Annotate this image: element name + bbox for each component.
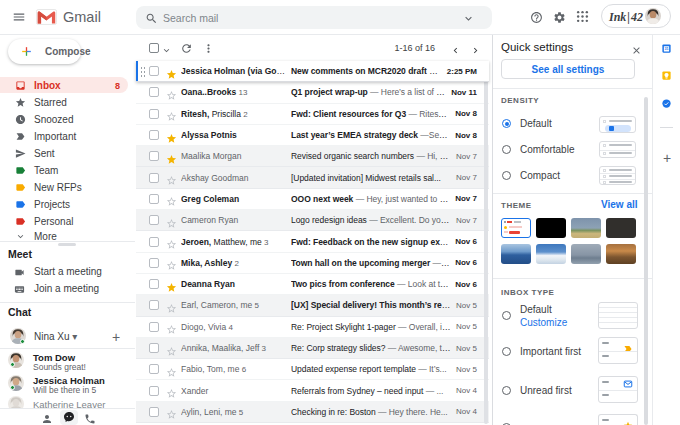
svg-text:31: 31 bbox=[664, 47, 668, 51]
